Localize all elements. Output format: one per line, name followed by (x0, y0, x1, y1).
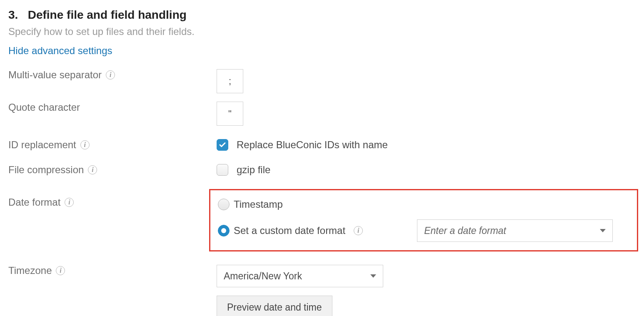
custom-date-format-placeholder: Enter a date format (424, 225, 506, 236)
info-icon[interactable]: i (56, 266, 65, 275)
date-format-radio-custom[interactable] (218, 225, 230, 236)
chevron-down-icon (600, 229, 606, 232)
check-icon (219, 141, 226, 149)
date-format-label: Date format (8, 197, 60, 208)
quote-character-input[interactable] (217, 102, 243, 126)
timezone-selected-value: America/New York (224, 271, 302, 282)
info-icon[interactable]: i (106, 70, 115, 80)
timezone-label: Timezone (8, 265, 52, 276)
id-replacement-checkbox[interactable] (217, 139, 228, 151)
date-format-radio-timestamp[interactable] (218, 199, 230, 210)
info-icon[interactable]: i (65, 198, 74, 207)
preview-date-time-button[interactable]: Preview date and time (217, 296, 332, 316)
toggle-advanced-settings-link[interactable]: Hide advanced settings (8, 45, 112, 57)
multi-value-separator-input[interactable] (217, 69, 243, 93)
chevron-down-icon (370, 274, 376, 278)
date-format-custom-label: Set a custom date format (234, 225, 345, 236)
custom-date-format-combobox[interactable]: Enter a date format (417, 219, 613, 242)
info-icon[interactable]: i (88, 165, 97, 174)
section-number: 3. (8, 8, 18, 21)
quote-character-label: Quote character (8, 102, 80, 113)
section-heading: 3. Define file and field handling (8, 8, 636, 22)
multi-value-separator-label: Multi-value separator (8, 69, 102, 81)
file-compression-checkbox[interactable] (217, 164, 228, 176)
id-replacement-checkbox-label: Replace BlueConic IDs with name (237, 139, 388, 151)
date-format-highlight: Timestamp Set a custom date format i Ent… (209, 189, 638, 251)
info-icon[interactable]: i (354, 226, 363, 235)
info-icon[interactable]: i (80, 140, 90, 149)
id-replacement-label: ID replacement (8, 139, 76, 151)
timezone-select[interactable]: America/New York (217, 265, 383, 287)
date-format-timestamp-label: Timestamp (234, 199, 283, 210)
section-subtitle: Specify how to set up files and their fi… (8, 26, 636, 37)
file-compression-checkbox-label: gzip file (237, 164, 270, 176)
section-title: Define file and field handling (28, 8, 187, 21)
file-compression-label: File compression (8, 164, 84, 176)
